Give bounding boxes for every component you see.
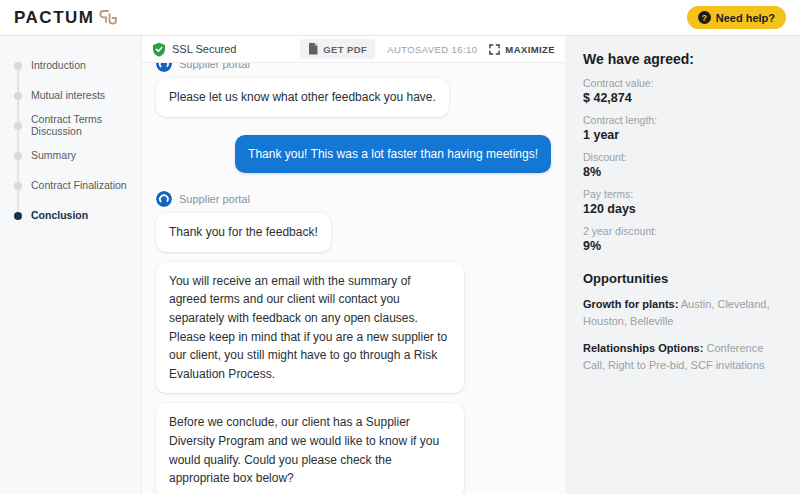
sidebar-item-conclusion[interactable]: Conclusion bbox=[14, 206, 141, 226]
opportunity-item: Relationships Options: Conference Call, … bbox=[583, 340, 782, 374]
chat-toolbar: SSL Secured GET PDF AUTOSAVED 16:10 bbox=[142, 36, 565, 63]
bot-message-bubble: Thank you for the feedback! bbox=[156, 213, 331, 252]
pactum-logo-icon bbox=[97, 7, 121, 29]
get-pdf-label: GET PDF bbox=[323, 44, 367, 55]
maximize-label: MAXIMIZE bbox=[505, 44, 555, 55]
agreed-terms-panel: We have agreed: Contract value: $ 42,874… bbox=[565, 36, 800, 494]
bot-sender-row: Supplier portal bbox=[156, 63, 551, 72]
sidebar-item-contract-terms-discussion[interactable]: Contract Terms Discussion bbox=[14, 116, 141, 136]
term-label: 2 year discount: bbox=[583, 225, 782, 237]
term-label: Contract value: bbox=[583, 77, 782, 89]
ssl-secured-label: SSL Secured bbox=[172, 43, 236, 55]
bot-name: Supplier portal bbox=[179, 63, 250, 70]
document-icon bbox=[308, 43, 318, 55]
progress-stepper: Introduction Mutual interests Contract T… bbox=[14, 56, 141, 226]
agreed-term: Contract value: $ 42,874 bbox=[583, 77, 782, 105]
term-label: Discount: bbox=[583, 151, 782, 163]
logo-text: PACTUM bbox=[14, 8, 94, 28]
supplier-portal-avatar-icon bbox=[156, 63, 172, 72]
step-dot-icon bbox=[14, 92, 22, 100]
sidebar: Introduction Mutual interests Contract T… bbox=[0, 36, 142, 494]
maximize-icon bbox=[489, 44, 500, 55]
bot-name: Supplier portal bbox=[179, 193, 250, 205]
autosaved-status: AUTOSAVED 16:10 bbox=[387, 44, 477, 55]
get-pdf-button[interactable]: GET PDF bbox=[300, 39, 375, 59]
step-label: Contract Finalization bbox=[31, 180, 127, 192]
bot-message-bubble: You will receive an email with the summa… bbox=[156, 262, 464, 394]
app-header: PACTUM ? Need help? bbox=[0, 0, 800, 36]
maximize-button[interactable]: MAXIMIZE bbox=[489, 44, 555, 55]
step-label: Conclusion bbox=[31, 210, 88, 222]
term-value: 120 days bbox=[583, 202, 782, 216]
chat-message-list[interactable]: Supplier portal Please let us know what … bbox=[142, 63, 565, 494]
term-label: Contract length: bbox=[583, 114, 782, 126]
step-dot-icon bbox=[14, 212, 22, 220]
agreed-term: Pay terms: 120 days bbox=[583, 188, 782, 216]
term-value: $ 42,874 bbox=[583, 91, 782, 105]
term-value: 9% bbox=[583, 239, 782, 253]
bot-message-bubble: Please let us know what other feedback y… bbox=[156, 78, 449, 117]
shield-check-icon bbox=[152, 42, 166, 57]
bot-message-bubble: Before we conclude, our client has a Sup… bbox=[156, 403, 464, 494]
need-help-label: Need help? bbox=[716, 12, 775, 24]
term-label: Pay terms: bbox=[583, 188, 782, 200]
step-dot-icon bbox=[14, 182, 22, 190]
step-label: Introduction bbox=[31, 60, 86, 72]
sidebar-item-mutual-interests[interactable]: Mutual interests bbox=[14, 86, 141, 106]
user-message-bubble: Thank you! This was a lot faster than ha… bbox=[235, 135, 551, 174]
sidebar-item-introduction[interactable]: Introduction bbox=[14, 56, 141, 76]
step-label: Mutual interests bbox=[31, 90, 105, 102]
term-value: 1 year bbox=[583, 128, 782, 142]
bot-sender-row: Supplier portal bbox=[156, 191, 551, 207]
step-label: Contract Terms Discussion bbox=[31, 114, 141, 137]
chat-panel: SSL Secured GET PDF AUTOSAVED 16:10 bbox=[142, 36, 565, 494]
step-dot-icon bbox=[14, 62, 22, 70]
term-value: 8% bbox=[583, 165, 782, 179]
step-dot-icon bbox=[14, 122, 22, 130]
opportunity-item: Growth for plants: Austin, Cleveland, Ho… bbox=[583, 296, 782, 330]
question-mark-icon: ? bbox=[698, 11, 711, 24]
need-help-button[interactable]: ? Need help? bbox=[687, 6, 786, 29]
step-dot-icon bbox=[14, 152, 22, 160]
agreed-term: Discount: 8% bbox=[583, 151, 782, 179]
ssl-secured-badge: SSL Secured bbox=[152, 42, 236, 57]
agreed-term: 2 year discount: 9% bbox=[583, 225, 782, 253]
step-label: Summary bbox=[31, 150, 76, 162]
opportunities-title: Opportunities bbox=[583, 271, 782, 286]
agreed-panel-title: We have agreed: bbox=[583, 51, 782, 67]
sidebar-item-contract-finalization[interactable]: Contract Finalization bbox=[14, 176, 141, 196]
pactum-logo: PACTUM bbox=[14, 7, 121, 29]
agreed-term: Contract length: 1 year bbox=[583, 114, 782, 142]
supplier-portal-avatar-icon bbox=[156, 191, 172, 207]
opportunity-label: Relationships Options: bbox=[583, 342, 703, 354]
opportunity-label: Growth for plants: bbox=[583, 298, 678, 310]
sidebar-item-summary[interactable]: Summary bbox=[14, 146, 141, 166]
